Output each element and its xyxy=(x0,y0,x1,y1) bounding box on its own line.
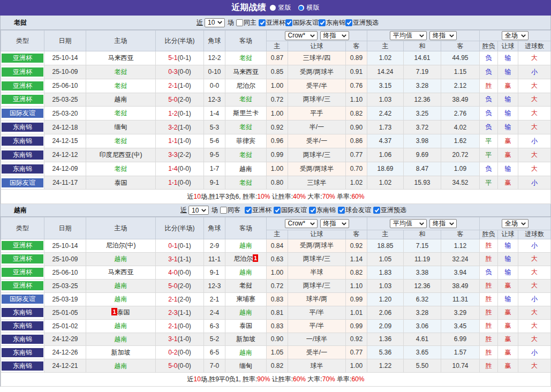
result-cell: 平 xyxy=(480,148,498,162)
odds-time-select[interactable]: 终指 xyxy=(320,219,349,228)
vertical-option-label: 竖版 xyxy=(278,3,291,12)
away-team-cell: 斯里兰卡 xyxy=(225,107,267,120)
handicap-result-cell: 输 xyxy=(498,51,518,65)
league-filter[interactable]: 亚洲预选 xyxy=(373,206,406,215)
league-checkbox[interactable] xyxy=(338,207,345,214)
league-checkbox[interactable] xyxy=(259,19,266,26)
odds-home-cell: 0.84 xyxy=(267,239,288,252)
away-team-cell: 老挝 xyxy=(225,176,267,190)
home-team-name: 老挝 xyxy=(115,137,127,145)
layout-option-vertical[interactable]: 竖版 xyxy=(270,3,291,12)
match-type-cell: 亚洲杯 xyxy=(1,252,44,266)
same-venue-checkbox[interactable] xyxy=(220,207,227,214)
layout-option-horizontal[interactable]: 横版 xyxy=(298,3,320,12)
scope-select[interactable]: 全场 xyxy=(502,219,529,228)
home-team-name: 马来西亚 xyxy=(108,54,134,62)
league-checkbox[interactable] xyxy=(345,19,352,26)
halftime-score: (0-0) xyxy=(178,349,191,356)
radio-checked-icon[interactable] xyxy=(298,5,304,11)
league-checkbox[interactable] xyxy=(319,19,326,26)
league-filter[interactable]: 国际友谊 xyxy=(285,18,319,27)
score-cell: 1-1(0-0) xyxy=(156,176,204,190)
recent-link[interactable]: 近 xyxy=(180,206,187,215)
away-team-cell: 老挝 xyxy=(225,148,267,162)
home-team-cell: 马来西亚 xyxy=(86,51,156,65)
column-header: 让球 xyxy=(288,230,346,239)
chevron-down-icon xyxy=(419,34,424,37)
match-row: 国际友谊 24-11-17 泰国 1-1(0-0) 9-1 老挝 0.80 三球… xyxy=(1,176,551,190)
goals-result-cell: 大 xyxy=(518,252,551,266)
league-label: 亚洲杯 xyxy=(252,206,271,215)
match-type-cell: 东南锦 xyxy=(1,306,44,319)
checkmark-icon xyxy=(260,20,265,25)
odds-source-select[interactable]: Crow* xyxy=(285,219,318,228)
halftime-score: (2-2) xyxy=(178,151,191,159)
away-team-name: 老挝 xyxy=(239,179,252,186)
league-filter[interactable]: 国际友谊 xyxy=(274,206,307,215)
column-header: 胜负 xyxy=(480,41,498,51)
avg-time-select[interactable]: 终指 xyxy=(429,31,457,40)
league-checkbox[interactable] xyxy=(245,207,252,214)
handicap-line-cell: 一/球半 xyxy=(288,333,346,346)
match-type-badge: 国际友谊 xyxy=(2,109,43,118)
home-team-name: 越南 xyxy=(115,335,127,343)
match-type-cell: 国际友谊 xyxy=(1,176,44,190)
league-filter[interactable]: 亚洲杯 xyxy=(259,18,285,27)
summary-segment: 70% xyxy=(322,375,335,383)
odds-away-cell: 0.92 xyxy=(346,333,367,346)
league-filter[interactable]: 东南锦 xyxy=(309,206,336,215)
avg-home-cell: 1.20 xyxy=(367,292,404,306)
same-venue-filter[interactable]: 同主 xyxy=(236,18,256,27)
recent-count-select[interactable]: 10 xyxy=(188,206,209,215)
league-filter[interactable]: 东南锦 xyxy=(319,18,345,27)
league-filter[interactable]: 亚洲杯 xyxy=(245,206,271,215)
avg-away-cell: 44.95 xyxy=(441,51,480,65)
league-checkbox[interactable] xyxy=(309,207,316,214)
scope-select[interactable]: 全场 xyxy=(502,31,529,40)
home-team-cell: 印度尼西亚(中) xyxy=(86,148,156,162)
odds-time-select[interactable]: 终指 xyxy=(320,31,349,40)
home-team-name: 泰国 xyxy=(117,308,130,316)
horizontal-option-label: 横版 xyxy=(307,3,320,12)
score-cell: 3-2(1-0) xyxy=(156,120,204,134)
home-team-name: 越南 xyxy=(115,322,127,329)
halftime-score: (0-0) xyxy=(178,362,191,370)
match-type-cell: 亚洲杯 xyxy=(1,93,44,107)
fulltime-score: 0-1 xyxy=(168,242,177,250)
match-type-cell: 东南锦 xyxy=(1,359,44,373)
recent-link[interactable]: 近 xyxy=(197,18,203,27)
corners-cell: 5-2 xyxy=(204,333,225,346)
avg-source-select[interactable]: 平均值 xyxy=(390,219,427,228)
recent-count-select[interactable]: 10 xyxy=(205,18,225,27)
away-team-name: 老挝 xyxy=(239,95,252,103)
radio-unchecked-icon[interactable] xyxy=(270,5,276,11)
score-cell: 0-2(0-0) xyxy=(156,346,204,359)
away-team-name: 老挝 xyxy=(239,54,252,62)
home-team-cell: 越南 xyxy=(86,292,156,306)
same-venue-checkbox[interactable] xyxy=(236,19,243,26)
odds-source-select[interactable]: Crow* xyxy=(285,31,318,40)
goals-result-cell: 大 xyxy=(518,319,551,333)
avg-source-select[interactable]: 平均值 xyxy=(390,31,427,40)
chevron-down-icon xyxy=(521,222,526,225)
checkmark-icon xyxy=(374,208,380,213)
league-checkbox[interactable] xyxy=(274,207,281,214)
odds-away-cell: 1.10 xyxy=(346,279,367,292)
column-header: 客 xyxy=(441,230,480,239)
same-venue-filter[interactable]: 同客 xyxy=(220,206,240,215)
odds-select-cell: Crow*终指 xyxy=(267,31,367,41)
league-filter[interactable]: 亚洲预选 xyxy=(345,18,379,27)
avg-time-select[interactable]: 终指 xyxy=(429,219,457,228)
results-table: 类型日期主场比分(半场)角球客场Crow*终指平均值终指全场主让球客主和客胜负让… xyxy=(1,217,551,387)
goals-result-cell: 小 xyxy=(518,134,551,148)
match-row: 国际友谊 25-03-19 越南 2-1(2-0) 2-1 柬埔寨 0.83 球… xyxy=(1,292,551,306)
league-checkbox[interactable] xyxy=(285,19,292,26)
away-team-name: 老挝 xyxy=(239,151,252,159)
match-type-cell: 亚洲杯 xyxy=(1,266,44,279)
league-filter[interactable]: 球会友谊 xyxy=(338,206,371,215)
league-checkbox[interactable] xyxy=(373,207,380,214)
avg-home-cell: 1.05 xyxy=(367,252,404,266)
goals-result-cell: 小 xyxy=(518,239,551,252)
away-team-name: 菲律宾 xyxy=(236,137,255,145)
avg-away-cell: 34.52 xyxy=(441,176,480,190)
